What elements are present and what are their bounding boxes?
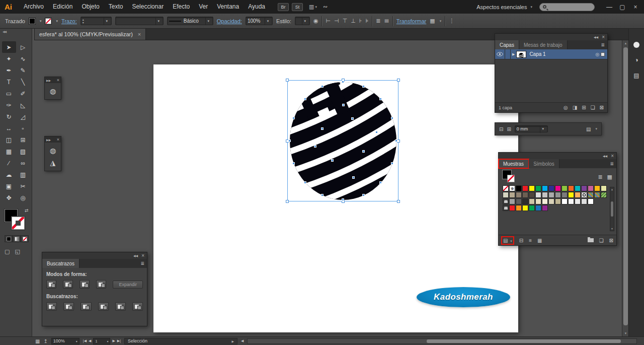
- divide-objects-icon[interactable]: ⊟: [499, 126, 503, 132]
- panel-menu-icon[interactable]: ≣: [138, 259, 147, 268]
- opacity-panel-link[interactable]: Opacidad:: [217, 18, 242, 24]
- dock-close-icon[interactable]: ×: [141, 253, 144, 258]
- panel-close-icon[interactable]: ×: [57, 137, 59, 142]
- panel-expand-icon[interactable]: ▶▶: [46, 138, 51, 142]
- swatch[interactable]: [529, 205, 535, 211]
- transform-grid-icon[interactable]: ▦: [430, 18, 435, 24]
- swatch[interactable]: [516, 185, 522, 191]
- layer-selection-chip[interactable]: [601, 52, 605, 56]
- swatch[interactable]: [535, 205, 541, 211]
- lock-toggle[interactable]: [505, 49, 511, 59]
- swatch-options-icon[interactable]: ≡: [529, 238, 532, 243]
- menu-ventana[interactable]: Ventana: [212, 0, 244, 14]
- paintbrush-tool[interactable]: ✐: [16, 88, 30, 99]
- swatch[interactable]: [529, 198, 535, 204]
- restore-button[interactable]: ▢: [616, 0, 629, 14]
- scale-tool[interactable]: ◿: [16, 111, 30, 122]
- sphere-artwork[interactable]: [289, 82, 397, 200]
- appearance-panel-icon[interactable]: ▤: [633, 72, 639, 79]
- menu-seleccionar[interactable]: Seleccionar: [127, 0, 168, 14]
- eyedropper-tool[interactable]: ∕: [2, 157, 16, 169]
- selection-tool[interactable]: ➤: [2, 41, 16, 53]
- delete-layer-icon[interactable]: ⊠: [600, 105, 604, 110]
- menu-edicion[interactable]: Edición: [48, 0, 77, 14]
- color-button[interactable]: [5, 235, 13, 242]
- last-artboard-icon[interactable]: ▶|: [117, 339, 121, 343]
- kadoshmerah-logo[interactable]: Kadoshmerah: [417, 287, 510, 307]
- artboard-number-field[interactable]: 1 ▾: [93, 338, 110, 344]
- list-view-icon[interactable]: ≣: [598, 174, 602, 180]
- visibility-toggle[interactable]: [495, 49, 505, 59]
- swatch-libraries-menu-icon[interactable]: ▤: [503, 238, 508, 243]
- stroke-weight-field[interactable]: ▴▾ ▾: [80, 17, 112, 25]
- swatch[interactable]: [575, 185, 581, 191]
- draw-mode-icon[interactable]: ◱: [15, 248, 20, 255]
- pathfinder-minus-back[interactable]: [132, 302, 143, 311]
- color-panel-icon[interactable]: [633, 42, 639, 48]
- swatch[interactable]: [555, 185, 561, 191]
- delete-swatch-icon[interactable]: ⊠: [609, 238, 613, 243]
- new-color-group-icon[interactable]: [588, 238, 594, 242]
- status-info-field[interactable]: Selección ▶: [124, 338, 237, 344]
- swatch[interactable]: [548, 185, 554, 191]
- swatch[interactable]: [555, 192, 561, 198]
- locate-object-icon[interactable]: ◎: [564, 105, 568, 110]
- brush-definition-dropdown[interactable]: ▾: [115, 17, 164, 25]
- mesh-tool[interactable]: ▦: [2, 146, 16, 157]
- dock-close-icon[interactable]: ×: [602, 34, 605, 40]
- scroll-up-icon[interactable]: ▲: [611, 188, 613, 191]
- horizontal-scrollbar[interactable]: [247, 338, 637, 344]
- swatch-pattern[interactable]: [594, 192, 600, 198]
- lasso-tool[interactable]: ∿: [16, 53, 30, 64]
- none-button[interactable]: [21, 235, 29, 242]
- swatch[interactable]: [568, 185, 574, 191]
- chevron-down-icon[interactable]: ▾: [265, 17, 271, 25]
- swatch[interactable]: [561, 198, 568, 204]
- swatch[interactable]: [581, 198, 587, 204]
- quick-button-br[interactable]: Br: [278, 3, 289, 11]
- artboard-tool[interactable]: ▣: [2, 180, 16, 192]
- scrollbar-thumb[interactable]: [623, 47, 628, 325]
- swatch[interactable]: [568, 192, 574, 198]
- tab-capas[interactable]: Capas: [495, 40, 519, 49]
- swatch[interactable]: [542, 205, 548, 211]
- menu-ayuda[interactable]: Ayuda: [244, 0, 270, 14]
- align-left-icon[interactable]: ⊢: [326, 18, 331, 24]
- tab-buscatrazos[interactable]: Buscatrazos: [42, 259, 79, 268]
- scrollbar-thumb[interactable]: [611, 201, 613, 217]
- align-center-v-icon[interactable]: ⊧: [366, 18, 369, 24]
- swatch[interactable]: [509, 205, 515, 211]
- line-segment-tool[interactable]: ╲: [16, 76, 30, 88]
- swatch[interactable]: [594, 185, 600, 191]
- distribute-vertical-icon[interactable]: ≣: [383, 19, 390, 23]
- swatch[interactable]: [561, 185, 568, 191]
- next-artboard-icon[interactable]: ▶: [112, 339, 115, 343]
- swatch-kinds-menu-icon[interactable]: ⊟: [519, 238, 523, 243]
- swatch[interactable]: [575, 192, 581, 198]
- first-artboard-icon[interactable]: |◀: [83, 339, 87, 343]
- control-panel-options-icon[interactable]: ⋮: [449, 18, 454, 24]
- open-kuler-icon[interactable]: ▦: [537, 238, 542, 243]
- swatch[interactable]: [529, 185, 535, 191]
- swatch[interactable]: [522, 185, 528, 191]
- chevron-down-icon[interactable]: ▾: [540, 125, 546, 133]
- align-bottom-icon[interactable]: ⊥: [351, 18, 356, 24]
- pathfinder-trim[interactable]: [63, 302, 74, 311]
- swatches-scrollbar[interactable]: ▲ ▼: [610, 187, 614, 231]
- swatch[interactable]: [581, 185, 587, 191]
- swatch[interactable]: [535, 185, 541, 191]
- swatch[interactable]: [542, 198, 548, 204]
- magic-wand-tool[interactable]: ✦: [2, 53, 16, 64]
- swatch[interactable]: [509, 198, 515, 204]
- swatch-gradient[interactable]: [581, 192, 587, 198]
- swatch-pattern[interactable]: [588, 192, 594, 198]
- chevron-down-icon[interactable]: ▾: [302, 17, 308, 25]
- swatch[interactable]: [542, 185, 548, 191]
- shape-mode-minus-front[interactable]: [63, 280, 73, 289]
- swatch[interactable]: [601, 185, 607, 191]
- eraser-tool[interactable]: ◺: [16, 99, 30, 111]
- stroke-panel-link[interactable]: Trazo:: [61, 18, 77, 24]
- swatch[interactable]: [516, 205, 522, 211]
- gradient-tool[interactable]: ▧: [16, 146, 30, 157]
- previous-artboard-icon[interactable]: ◀: [89, 339, 91, 343]
